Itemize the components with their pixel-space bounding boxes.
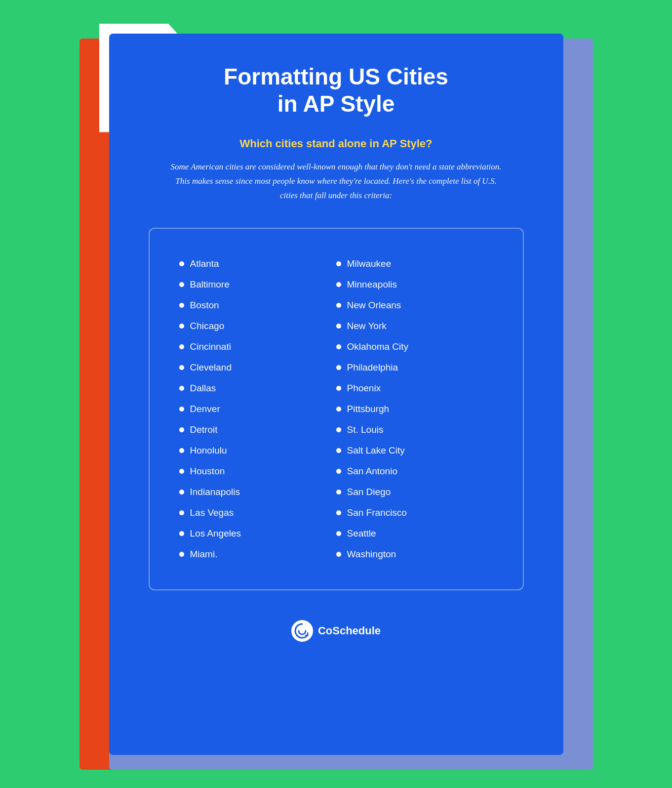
cities-column-right: Milwaukee Minneapolis New Orleans New Yo… [336,253,493,565]
bullet-icon [179,365,184,370]
bullet-icon [336,469,341,474]
bullet-icon [336,407,341,412]
list-item: San Antonio [336,461,493,482]
city-name: Philadelphia [347,362,398,373]
list-item: Atlanta [179,253,336,274]
city-name: St. Louis [347,424,384,435]
bullet-icon [179,282,184,287]
list-item: Washington [336,544,493,565]
city-name: Los Angeles [190,528,241,539]
bullet-icon [179,303,184,308]
subtitle: Which cities stand alone in AP Style? [240,137,433,150]
bullet-icon [179,324,184,329]
city-name: Oklahoma City [347,341,409,352]
city-name: Las Vegas [190,507,234,518]
bullet-icon [179,261,184,266]
bullet-icon [179,427,184,432]
city-name: Salt Lake City [347,445,405,456]
description: Some American cities are considered well… [168,160,504,203]
bullet-icon [336,552,341,557]
list-item: Los Angeles [179,523,336,544]
bullet-icon [336,448,341,453]
list-item: Honolulu [179,440,336,461]
logo-area: CoSchedule [291,620,381,642]
list-item: Seattle [336,523,493,544]
city-name: Denver [190,404,220,415]
list-item: San Diego [336,482,493,502]
city-name: Seattle [347,528,376,539]
bullet-icon [179,510,184,515]
list-item: Houston [179,461,336,482]
bullet-icon [179,344,184,349]
city-name: San Diego [347,487,391,498]
logo-text: CoSchedule [318,624,381,637]
city-name: Detroit [190,424,218,435]
city-name: Washington [347,549,396,560]
city-name: Houston [190,466,225,477]
list-item: Miami. [179,544,336,565]
city-name: Cleveland [190,362,232,373]
list-item: Milwaukee [336,253,493,274]
cities-column-left: Atlanta Baltimore Boston Chicago Cincinn… [179,253,336,565]
bullet-icon [336,531,341,536]
bullet-icon [336,324,341,329]
city-name: New Orleans [347,300,401,311]
list-item: Las Vegas [179,502,336,523]
city-name: Honolulu [190,445,227,456]
bullet-icon [179,490,184,495]
list-item: San Francisco [336,502,493,523]
city-name: Chicago [190,321,225,332]
cities-grid: Atlanta Baltimore Boston Chicago Cincinn… [179,253,493,565]
list-item: Chicago [179,316,336,336]
bullet-icon [336,261,341,266]
coschedule-icon [291,620,313,642]
bullet-icon [336,365,341,370]
bullet-icon [179,386,184,391]
city-name: San Antonio [347,466,397,477]
bullet-icon [179,552,184,557]
city-name: Baltimore [190,279,230,290]
list-item: New Orleans [336,295,493,316]
city-name: New York [347,321,387,332]
city-name: Milwaukee [347,258,392,269]
list-item: Baltimore [179,274,336,295]
city-name: Phoenix [347,383,381,394]
list-item: St. Louis [336,419,493,440]
bullet-icon [336,510,341,515]
cities-box: Atlanta Baltimore Boston Chicago Cincinn… [149,228,524,590]
list-item: Cincinnati [179,336,336,357]
list-item: Cleveland [179,357,336,378]
list-item: Denver [179,399,336,419]
list-item: Detroit [179,419,336,440]
list-item: Dallas [179,378,336,399]
bullet-icon [179,531,184,536]
bullet-icon [179,469,184,474]
city-name: San Francisco [347,507,407,518]
city-name: Cincinnati [190,341,231,352]
list-item: Pittsburgh [336,399,493,419]
bullet-icon [179,407,184,412]
list-item: Oklahoma City [336,336,493,357]
city-name: Indianapolis [190,487,240,498]
list-item: Minneapolis [336,274,493,295]
bullet-icon [336,303,341,308]
city-name: Miami. [190,549,218,560]
city-name: Pittsburgh [347,404,390,415]
city-name: Atlanta [190,258,219,269]
title-line-1: Formatting US Cities [224,64,448,89]
bullet-icon [179,448,184,453]
page-title: Formatting US Cities in AP Style [224,63,448,118]
list-item: New York [336,316,493,336]
bullet-icon [336,490,341,495]
bullet-icon [336,386,341,391]
list-item: Boston [179,295,336,316]
main-card: Formatting US Cities in AP Style Which c… [109,34,563,755]
list-item: Indianapolis [179,482,336,502]
bullet-icon [336,282,341,287]
bullet-icon [336,427,341,432]
city-name: Dallas [190,383,216,394]
city-name: Boston [190,300,219,311]
title-line-2: in AP Style [277,91,395,117]
list-item: Salt Lake City [336,440,493,461]
list-item: Phoenix [336,378,493,399]
